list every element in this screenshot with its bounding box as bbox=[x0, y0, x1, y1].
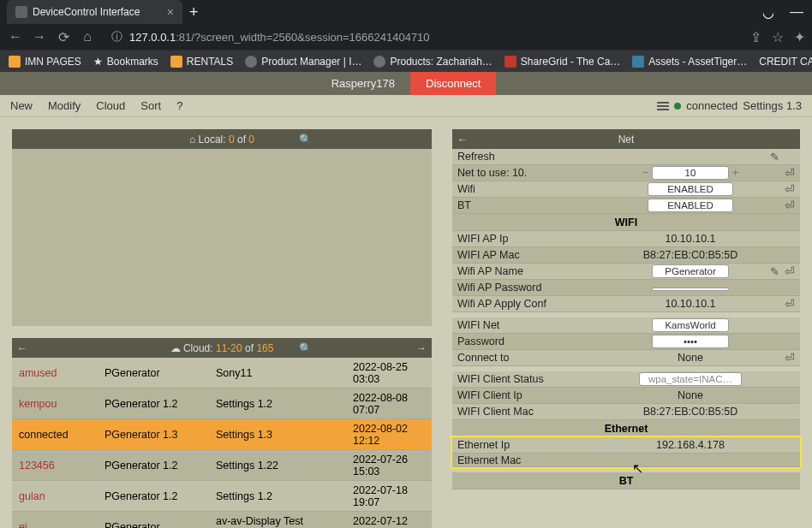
cloud-table: amusedPGeneratorSony112022-08-25 03:03ke… bbox=[12, 358, 432, 528]
wifi-client-ip-row: WIFI Client IpNone bbox=[452, 388, 800, 404]
hamburger-icon[interactable] bbox=[657, 100, 669, 112]
wifi-net-input[interactable]: KamsWorld bbox=[652, 318, 729, 332]
bookmark-item[interactable]: IMN PAGES bbox=[9, 56, 81, 68]
apply-icon[interactable]: ⏎ bbox=[785, 199, 795, 212]
wifi-toggle-row: Wifi ENABLED ⏎ bbox=[452, 181, 800, 198]
wifi-ap-name-row: Wifi AP NamePGenerator✎⏎ bbox=[452, 264, 800, 280]
bookmark-item[interactable]: CREDIT CARD FIRST… bbox=[759, 56, 812, 68]
minimize-icon[interactable]: ◡ bbox=[762, 4, 774, 21]
wifi-client-mac-row: WIFI Client MacB8:27:EB:C0:B5:5D bbox=[452, 404, 800, 420]
tab-title: DeviceControl Interface bbox=[33, 6, 162, 18]
new-tab-button[interactable]: + bbox=[189, 3, 199, 21]
bt-enabled-button[interactable]: ENABLED bbox=[648, 199, 733, 212]
browser-chrome: DeviceControl Interface × + ◡ — ← → ⟳ ⌂ … bbox=[0, 0, 812, 72]
search-icon[interactable]: 🔍 bbox=[299, 133, 312, 145]
table-row[interactable]: connectedPGenerator 1.3Settings 1.32022-… bbox=[12, 419, 432, 450]
wifi-section: WIFI bbox=[452, 214, 800, 231]
pencil-icon[interactable]: ✎ bbox=[770, 265, 779, 278]
search-icon[interactable]: 🔍 bbox=[299, 342, 312, 354]
net-panel: ← Net Refresh ✎ Net to use: 10. −10+ ⏎ W… bbox=[452, 129, 800, 489]
local-panel-body bbox=[12, 149, 432, 326]
menu-cloud[interactable]: Cloud bbox=[96, 99, 125, 112]
menu-sort[interactable]: Sort bbox=[140, 99, 161, 112]
url-host: 127.0.0.1 bbox=[129, 31, 176, 44]
menu-help[interactable]: ? bbox=[176, 99, 182, 112]
reload-icon[interactable]: ⟳ bbox=[55, 29, 72, 45]
wifi-ap-apply-row: Wifi AP Apply Conf10.10.10.1⏎ bbox=[452, 296, 800, 312]
bookmark-item[interactable]: Assets - AssetTiger… bbox=[632, 56, 747, 68]
bookmarks-bar: IMN PAGES ★Bookmarks RENTALS Product Man… bbox=[0, 50, 812, 72]
net-refresh-row[interactable]: Refresh ✎ bbox=[452, 149, 800, 165]
apply-icon[interactable]: ⏎ bbox=[785, 166, 795, 180]
cloud-panel-header: ← ☁ Cloud: 11-20 of 165 🔍 → bbox=[12, 338, 432, 358]
plus-icon[interactable]: + bbox=[732, 167, 738, 179]
window-dash-icon[interactable]: — bbox=[790, 4, 803, 21]
settings-version: Settings 1.3 bbox=[743, 99, 802, 112]
pencil-icon[interactable]: ✎ bbox=[770, 151, 779, 163]
password-input[interactable]: •••• bbox=[652, 335, 729, 348]
url-rest: :81/?screen_width=2560&session=166624140… bbox=[176, 31, 429, 44]
apply-icon[interactable]: ⏎ bbox=[785, 351, 795, 365]
app-header: Rasperry178 Disconnect bbox=[0, 72, 812, 95]
status-dot-icon bbox=[674, 103, 681, 110]
bookmark-item[interactable]: Product Manager | I… bbox=[245, 56, 361, 68]
table-row[interactable]: eiPGeneratorav-av-Display Test Images202… bbox=[12, 512, 432, 529]
table-row[interactable]: 123456PGenerator 1.2Settings 1.222022-07… bbox=[12, 450, 432, 481]
cloud-panel: ← ☁ Cloud: 11-20 of 165 🔍 → amusedPGener… bbox=[12, 338, 432, 528]
collapse-icon[interactable]: ← bbox=[457, 133, 468, 145]
table-row[interactable]: gulanPGenerator 1.2Settings 1.22022-07-1… bbox=[12, 481, 432, 512]
menu-modify[interactable]: Modify bbox=[48, 99, 81, 112]
bookmark-item[interactable]: RENTALS bbox=[170, 56, 233, 68]
bt-section: BT bbox=[452, 472, 800, 489]
ethernet-mac-row: Ethernet Mac bbox=[452, 454, 800, 467]
password-row: Password•••• bbox=[452, 334, 800, 350]
net-to-use-input[interactable]: 10 bbox=[652, 166, 729, 180]
tab-strip: DeviceControl Interface × + ◡ — bbox=[0, 0, 812, 24]
wifi-ap-name-input[interactable]: PGenerator bbox=[652, 264, 729, 278]
home-icon[interactable]: ⌂ bbox=[79, 29, 96, 44]
status-connected: connected bbox=[686, 99, 737, 112]
wifi-client-status-row: WIFI Client Statuswpa_state=INAC… bbox=[452, 371, 800, 388]
net-title: Net bbox=[452, 133, 800, 145]
ethernet-ip-row: Ethernet Ip192.168.4.178 bbox=[452, 437, 800, 454]
menu-bar: New Modify Cloud Sort ? connected Settin… bbox=[0, 95, 812, 117]
url-field[interactable]: ⓘ 127.0.0.1 :81/?screen_width=2560&sessi… bbox=[103, 26, 743, 48]
local-panel-header: ⌂ Local: 0 of 0 🔍 bbox=[12, 129, 432, 149]
wifi-net-row: WIFI NetKamsWorld bbox=[452, 317, 800, 334]
wifi-enabled-button[interactable]: ENABLED bbox=[648, 182, 733, 196]
bt-toggle-row: BT ENABLED ⏎ bbox=[452, 198, 800, 214]
table-row[interactable]: amusedPGeneratorSony112022-08-25 03:03 bbox=[12, 358, 432, 389]
prev-page-icon[interactable]: ← bbox=[17, 342, 27, 354]
apply-icon[interactable]: ⏎ bbox=[785, 182, 795, 196]
forward-icon[interactable]: → bbox=[31, 29, 48, 44]
menu-new[interactable]: New bbox=[10, 99, 33, 112]
bookmark-item[interactable]: ★Bookmarks bbox=[93, 56, 158, 68]
wifi-ap-password-row: Wifi AP Password bbox=[452, 280, 800, 296]
content: ⌂ Local: 0 of 0 🔍 ← ☁ Cloud: 11-20 of bbox=[0, 117, 812, 528]
wifi-ap-password-input[interactable] bbox=[652, 288, 729, 291]
apply-icon[interactable]: ⏎ bbox=[785, 264, 795, 278]
minus-icon[interactable]: − bbox=[642, 167, 648, 179]
wifi-ap-ip-row: WIFI AP Ip10.10.10.1 bbox=[452, 231, 800, 247]
apply-icon[interactable]: ⏎ bbox=[785, 297, 795, 311]
net-panel-header: ← Net bbox=[452, 129, 800, 149]
disconnect-button[interactable]: Disconnect bbox=[410, 72, 496, 95]
device-name: Rasperry178 bbox=[316, 72, 410, 95]
share-icon[interactable]: ⇪ bbox=[750, 29, 761, 45]
home-icon: ⌂ bbox=[189, 133, 195, 145]
ethernet-highlight: Ethernet Ip192.168.4.178 Ethernet Mac bbox=[452, 437, 800, 467]
browser-tab[interactable]: DeviceControl Interface × bbox=[7, 0, 182, 24]
extensions-icon[interactable]: ✦ bbox=[794, 29, 805, 45]
table-row[interactable]: kempouPGenerator 1.2Settings 1.22022-08-… bbox=[12, 389, 432, 419]
connect-to-row: Connect toNone⏎ bbox=[452, 350, 800, 366]
tab-favicon bbox=[15, 6, 27, 18]
bookmark-item[interactable]: Products: Zachariah… bbox=[373, 56, 492, 68]
bookmark-item[interactable]: ShareGrid - The Ca… bbox=[505, 56, 621, 68]
net-to-use-row: Net to use: 10. −10+ ⏎ bbox=[452, 165, 800, 181]
cloud-icon: ☁ bbox=[170, 342, 181, 354]
close-tab-icon[interactable]: × bbox=[167, 5, 174, 19]
back-icon[interactable]: ← bbox=[7, 29, 24, 44]
next-page-icon[interactable]: → bbox=[416, 342, 427, 354]
star-icon[interactable]: ☆ bbox=[772, 29, 784, 45]
site-info-icon[interactable]: ⓘ bbox=[111, 29, 122, 44]
